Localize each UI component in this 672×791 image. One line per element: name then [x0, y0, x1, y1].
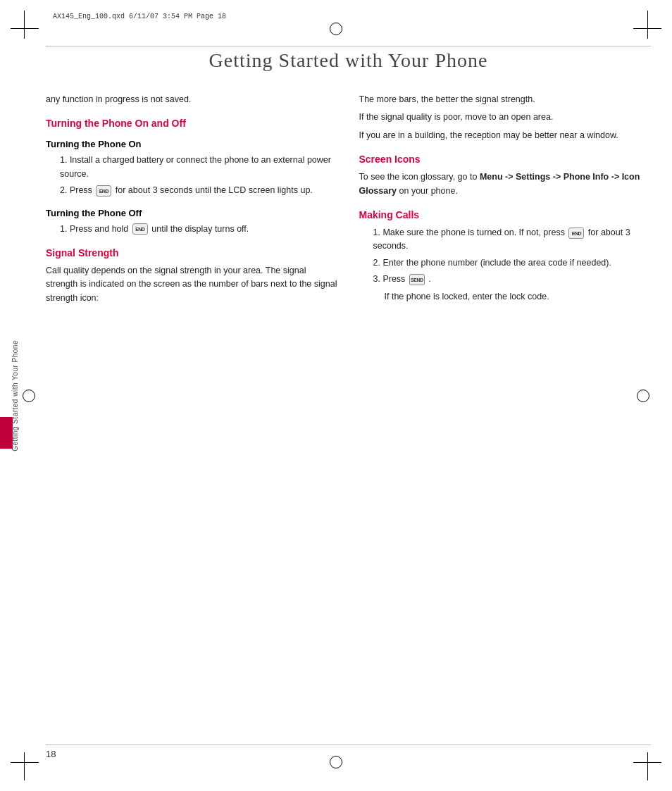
phone-on-list: 1. Install a charged battery or connect …	[46, 154, 338, 197]
signal-line-3: If you are in a building, the reception …	[359, 129, 652, 142]
end-button-icon: END	[96, 185, 111, 197]
screen-icons-body: To see the icon glossary, go to Menu -> …	[359, 170, 652, 198]
page-number: 18	[46, 749, 56, 759]
section-heading-making-calls: Making Calls	[359, 209, 652, 220]
signal-line-2: If the signal quality is poor, move to a…	[359, 111, 652, 124]
bottom-rule	[46, 745, 651, 745]
main-content: Getting Started with Your Phone any func…	[46, 49, 651, 735]
screen-icons-end: on your phone.	[399, 186, 458, 196]
phone-off-list: 1. Press and hold END until the display …	[46, 223, 338, 236]
print-header: AX145_Eng_100.qxd 6/11/07 3:54 PM Page 1…	[53, 13, 619, 20]
right-column: The more bars, the better the signal str…	[359, 93, 652, 309]
subheading-phone-on: Turning the Phone On	[46, 139, 338, 149]
section-heading-screen-icons: Screen Icons	[359, 154, 652, 165]
send-button-icon: SEND	[409, 274, 425, 285]
end-button-icon-3: END	[568, 228, 584, 239]
section-heading-signal: Signal Strength	[46, 247, 338, 259]
signal-body: Call quality depends on the signal stren…	[46, 264, 338, 305]
reg-circle	[330, 23, 342, 35]
header-text: AX145_Eng_100.qxd 6/11/07 3:54 PM Page 1…	[53, 13, 226, 20]
intro-text: any function in progress is not saved.	[46, 93, 338, 106]
making-calls-item-2: 2. Enter the phone number (include the a…	[373, 256, 652, 270]
list-item-off-1: 1. Press and hold END until the display …	[60, 223, 338, 236]
signal-line-1: The more bars, the better the signal str…	[359, 93, 652, 106]
signal-continued-block: The more bars, the better the signal str…	[359, 93, 652, 142]
reg-circle	[330, 756, 342, 768]
list-item-2: 2. Press END for about 3 seconds until t…	[60, 184, 338, 197]
left-column: any function in progress is not saved. T…	[46, 93, 338, 309]
sidebar: Getting Started with Your Phone	[0, 0, 30, 791]
subheading-phone-off: Turning the Phone Off	[46, 208, 338, 218]
top-rule	[46, 46, 651, 46]
content-columns: any function in progress is not saved. T…	[46, 93, 651, 309]
making-calls-item-3: 3. Press SEND .	[373, 273, 652, 286]
page-title: Getting Started with Your Phone	[46, 49, 651, 72]
making-calls-item-1: 1. Make sure the phone is turned on. If …	[373, 226, 652, 254]
reg-mark	[647, 11, 648, 39]
list-item-1: 1. Install a charged battery or connect …	[60, 154, 338, 181]
making-calls-note: If the phone is locked, enter the lock c…	[373, 290, 652, 304]
sidebar-accent	[0, 417, 13, 449]
reg-mark	[647, 752, 648, 780]
end-button-icon-2: END	[132, 223, 148, 235]
making-calls-list: 1. Make sure the phone is turned on. If …	[359, 226, 652, 304]
section-heading-phone-on-off: Turning the Phone On and Off	[46, 118, 338, 129]
